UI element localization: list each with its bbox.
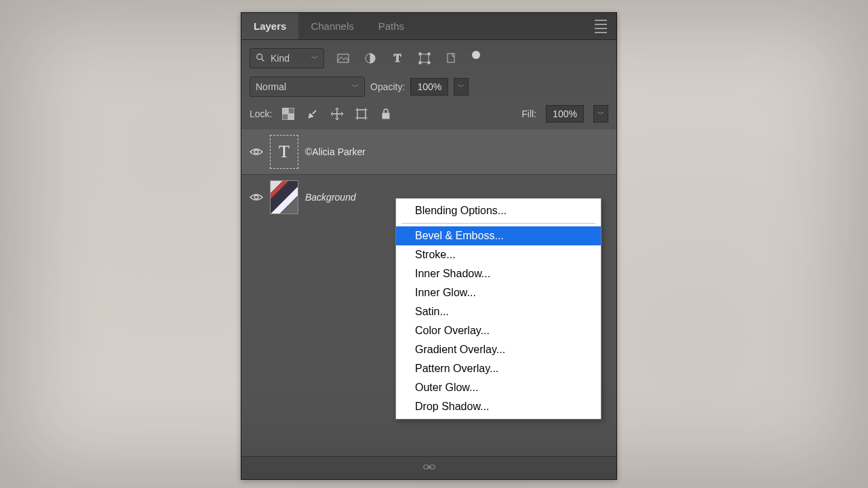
lock-transparency-icon[interactable] [281,107,295,121]
svg-rect-7 [428,53,430,55]
svg-line-1 [262,58,264,61]
lock-position-icon[interactable] [330,107,344,121]
menu-item[interactable]: Blending Options... [396,201,601,220]
visibility-toggle-icon[interactable] [250,145,263,159]
blend-mode-dropdown[interactable]: Normal ﹀ [250,77,365,97]
chevron-down-icon: ﹀ [311,54,318,63]
fill-label: Fill: [521,108,536,119]
menu-item[interactable]: Inner Shadow... [396,264,601,283]
svg-rect-9 [428,62,430,64]
lock-pixels-icon[interactable] [306,107,319,121]
filter-kind-label: Kind [271,53,290,64]
svg-point-0 [257,54,262,59]
svg-text:T: T [394,52,401,64]
svg-rect-8 [419,62,421,64]
opacity-value[interactable]: 100% [410,78,448,96]
layer-name[interactable]: ©Alicia Parker [305,146,366,157]
svg-rect-10 [448,54,454,62]
menu-item[interactable]: Drop Shadow... [396,397,601,416]
svg-rect-11 [282,108,288,114]
menu-item[interactable]: Bevel & Emboss... [396,226,601,245]
filter-type-icon[interactable]: T [391,52,404,65]
filter-smartobject-icon[interactable] [445,52,458,65]
svg-rect-5 [420,54,429,62]
panel-footer [241,456,616,479]
svg-point-25 [254,195,258,199]
svg-rect-23 [382,113,389,119]
opacity-label: Opacity: [370,81,405,92]
layer-thumbnail-image[interactable] [270,180,298,214]
fill-stepper[interactable]: ﹀ [593,105,608,123]
menu-item[interactable]: Color Overlay... [396,321,601,340]
filter-pixel-icon[interactable] [336,52,350,65]
svg-rect-18 [357,110,366,118]
lock-row: Lock: Fill: 100% ﹀ [241,101,616,129]
lock-label: Lock: [250,108,272,119]
lock-all-icon[interactable] [379,107,393,121]
svg-point-24 [254,150,258,153]
menu-item[interactable]: Stroke... [396,245,601,264]
filter-toggle-icon[interactable] [472,51,480,59]
lock-artboard-icon[interactable] [355,107,368,121]
menu-item[interactable]: Satin... [396,302,601,321]
panel-tabs: Layers Channels Paths [241,13,616,40]
tab-paths[interactable]: Paths [366,13,416,39]
svg-line-15 [313,110,316,114]
svg-rect-2 [338,54,349,62]
layer-thumbnail-type[interactable]: T [270,135,298,169]
filter-shape-icon[interactable] [418,52,431,65]
filter-row: Kind ﹀ T [241,40,616,71]
svg-rect-13 [288,108,294,114]
layer-style-context-menu: Blending Options...Bevel & Emboss...Stro… [395,198,601,420]
blend-row: Normal ﹀ Opacity: 100% ﹀ [241,71,616,101]
filter-kind-dropdown[interactable]: Kind ﹀ [250,48,324,68]
link-layers-icon[interactable] [423,462,435,474]
layer-name[interactable]: Background [305,192,356,203]
filter-adjustment-icon[interactable] [363,52,377,65]
chevron-down-icon: ﹀ [352,82,359,92]
tab-layers[interactable]: Layers [241,13,298,39]
layer-row[interactable]: T ©Alicia Parker [241,129,616,174]
menu-item[interactable]: Gradient Overlay... [396,340,601,359]
search-icon [256,53,265,64]
opacity-stepper[interactable]: ﹀ [454,78,469,96]
menu-item[interactable]: Pattern Overlay... [396,359,601,378]
tab-channels[interactable]: Channels [298,13,366,39]
fill-value[interactable]: 100% [546,105,584,123]
menu-item[interactable]: Inner Glow... [396,283,601,302]
visibility-toggle-icon[interactable] [250,190,263,204]
panel-menu-icon[interactable] [592,18,610,35]
menu-item[interactable]: Outer Glow... [396,378,601,397]
svg-rect-6 [419,53,421,55]
svg-rect-14 [282,114,288,120]
svg-rect-12 [288,114,294,120]
blend-mode-value: Normal [256,81,286,92]
